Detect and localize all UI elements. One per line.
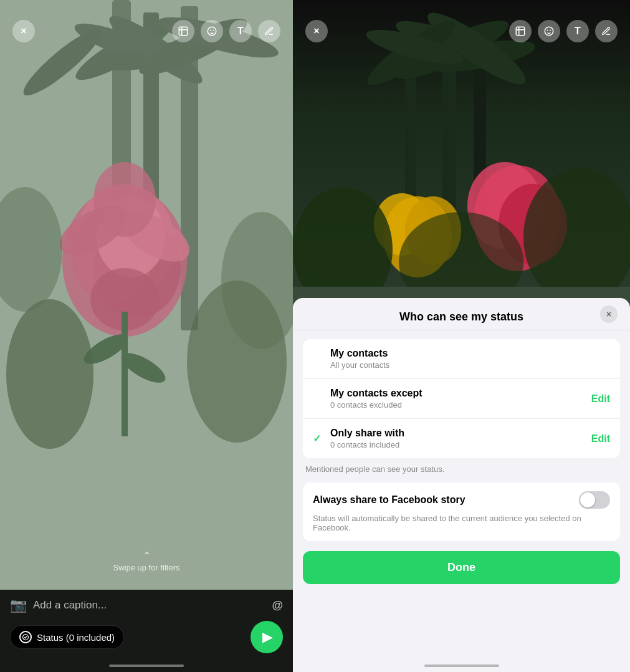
modal-sheet: Who can see my status × ✓ My contacts Al… [293,298,630,672]
right-panel: × T [293,0,630,672]
done-label: Done [447,561,475,574]
left-panel: × T [0,0,293,672]
caption-row: 📷 Add a caption... @ [10,597,283,613]
sticker-icon-btn[interactable] [172,20,194,42]
option-check-3: ✓ [313,433,328,444]
done-button[interactable]: Done [303,551,620,584]
svg-rect-29 [179,27,188,36]
status-row: Status (0 included) ▶ [10,621,283,653]
svg-point-59 [545,27,553,36]
right-draw-icon-btn[interactable] [595,20,618,42]
option-only-share-with[interactable]: ✓ Only share with 0 contacts included Ed… [303,419,620,458]
facebook-toggle[interactable] [579,491,610,509]
right-sticker-icon-btn[interactable] [509,20,532,42]
option-edit-2[interactable]: Edit [591,393,610,405]
send-icon: ▶ [262,629,273,645]
option-title-2: My contacts except [330,388,591,399]
option-content-1: My contacts All your contacts [330,348,610,370]
home-indicator-left [109,665,184,667]
camera-icon: 📷 [10,597,27,613]
left-top-bar: × T [0,0,293,50]
facebook-desc: Status will automatically be shared to t… [313,514,610,532]
modal-close-button[interactable]: × [600,305,618,323]
text-icon-btn[interactable]: T [229,20,252,42]
swipe-hint: ⌃ Swipe up for filters [113,550,180,572]
right-top-icons: T [509,20,618,42]
top-icons: T [172,20,280,42]
home-indicator-right [424,665,499,667]
draw-icon-btn[interactable] [258,20,280,42]
mention-icon[interactable]: @ [272,599,283,612]
option-edit-3[interactable]: Edit [591,433,610,444]
facebook-title: Always share to Facebook story [313,494,465,506]
right-emoji-icon-btn[interactable] [538,20,560,42]
svg-point-32 [208,27,216,36]
emoji-icon-btn[interactable] [201,20,223,42]
toggle-thumb [580,492,595,507]
swipe-arrow-icon: ⌃ [113,550,180,562]
right-text-icon-btn[interactable]: T [566,20,589,42]
svg-point-35 [23,635,29,640]
facebook-section: Always share to Facebook story Status wi… [303,482,620,541]
close-button[interactable]: × [12,20,35,42]
option-subtitle-1: All your contacts [330,360,610,370]
modal-title: Who can see my status [399,310,523,324]
status-badge[interactable]: Status (0 included) [10,625,124,649]
option-content-3: Only share with 0 contacts included [330,428,591,449]
option-title-1: My contacts [330,348,610,359]
swipe-hint-text: Swipe up for filters [113,563,180,572]
svg-rect-56 [516,27,525,36]
option-title-3: Only share with [330,428,591,439]
status-badge-icon [19,631,32,643]
mention-note: Mentioned people can see your status. [303,464,620,474]
option-subtitle-2: 0 contacts excluded [330,400,591,410]
option-my-contacts[interactable]: ✓ My contacts All your contacts [303,339,620,379]
send-button[interactable]: ▶ [251,621,283,653]
left-bottom-bar: 📷 Add a caption... @ Status (0 included)… [0,590,293,672]
status-badge-label: Status (0 included) [37,632,115,643]
options-container: ✓ My contacts All your contacts ✓ My con… [303,339,620,458]
option-content-2: My contacts except 0 contacts excluded [330,388,591,410]
right-close-button[interactable]: × [305,20,328,42]
option-my-contacts-except[interactable]: ✓ My contacts except 0 contacts excluded… [303,379,620,419]
modal-header: Who can see my status × [293,298,630,330]
right-top-bar: × T [293,0,630,50]
facebook-row: Always share to Facebook story [313,491,610,509]
option-subtitle-3: 0 contacts included [330,440,591,449]
caption-input[interactable]: Add a caption... [33,599,265,612]
